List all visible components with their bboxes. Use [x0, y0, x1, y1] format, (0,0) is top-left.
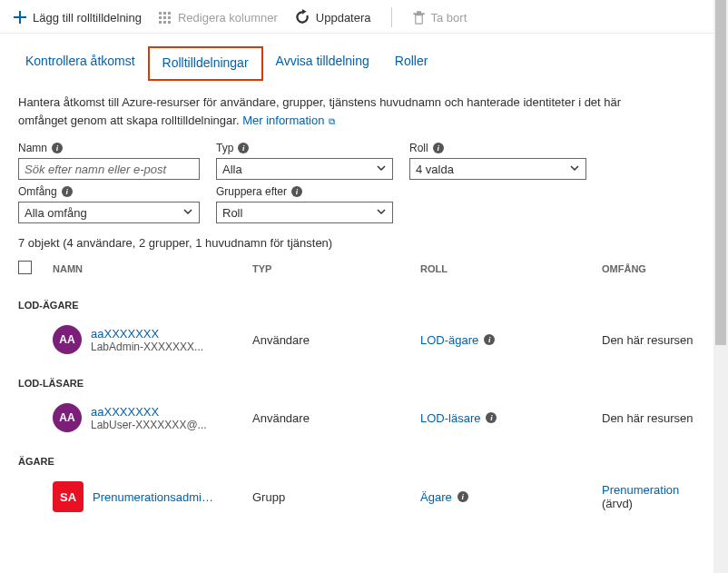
trash-icon: [412, 11, 426, 25]
tab-roles[interactable]: Roller: [382, 46, 441, 81]
groupby-filter-label: Gruppera efter: [216, 185, 393, 198]
info-icon[interactable]: [52, 143, 63, 153]
info-icon[interactable]: [457, 491, 468, 502]
svg-rect-7: [163, 21, 166, 24]
delete-label: Ta bort: [431, 11, 467, 25]
group-header: LOD-ÄGARE: [0, 283, 728, 318]
scrollbar-thumb[interactable]: [715, 0, 726, 345]
svg-rect-1: [163, 12, 166, 15]
info-icon[interactable]: [486, 412, 497, 423]
tab-role-assignments[interactable]: Rolltilldelningar: [148, 46, 263, 81]
info-icon[interactable]: [62, 186, 73, 197]
scope-filter-label: Omfång: [18, 185, 200, 198]
type-cell: Användare: [252, 411, 420, 425]
info-icon[interactable]: [238, 143, 249, 153]
avatar: SA: [53, 481, 84, 512]
role-link[interactable]: LOD-ägare: [420, 333, 478, 347]
refresh-button[interactable]: Uppdatera: [294, 9, 371, 25]
scope-cell: Prenumeration (ärvd): [602, 483, 710, 510]
delete-button[interactable]: Ta bort: [412, 11, 467, 25]
refresh-label: Uppdatera: [316, 11, 371, 25]
scope-filter-select[interactable]: Alla omfång: [18, 202, 200, 223]
avatar: AA: [53, 325, 82, 354]
principal-name-link[interactable]: Prenumerationsadmini...: [93, 490, 220, 504]
edit-columns-button[interactable]: Redigera kolumner: [158, 10, 278, 25]
more-info-link[interactable]: Mer information ⧉: [242, 114, 335, 127]
table-row[interactable]: SAPrenumerationsadmini...GruppÄgare Pren…: [0, 474, 728, 519]
plus-icon: [13, 10, 27, 25]
svg-rect-8: [168, 21, 171, 24]
svg-rect-0: [159, 12, 162, 15]
svg-rect-2: [168, 12, 171, 15]
toolbar: Lägg till rolltilldelning Redigera kolum…: [0, 0, 728, 34]
scope-link[interactable]: Prenumeration: [602, 483, 679, 497]
type-filter-label: Typ: [216, 142, 393, 154]
filters-row-2: Omfång Alla omfång Gruppera efter Roll: [0, 180, 728, 223]
principal-name-link[interactable]: aaXXXXXXX: [91, 327, 203, 341]
chevron-down-icon: [182, 206, 193, 220]
table-row[interactable]: AAaaXXXXXXXLabAdmin-XXXXXXX...AnvändareL…: [0, 318, 728, 361]
tab-check-access[interactable]: Kontrollera åtkomst: [13, 46, 148, 81]
principal-name-link[interactable]: aaXXXXXXX: [91, 405, 207, 419]
type-filter-select[interactable]: Alla: [216, 158, 393, 180]
col-role[interactable]: ROLL: [420, 263, 602, 274]
edit-columns-label: Redigera kolumner: [178, 11, 278, 25]
chevron-down-icon: [569, 163, 580, 176]
filters-row-1: Namn Typ Alla Roll 4 valda: [0, 129, 728, 180]
description: Hantera åtkomst till Azure-resurser för …: [0, 81, 672, 129]
divider: [391, 7, 392, 27]
svg-rect-6: [159, 21, 162, 24]
col-type[interactable]: TYP: [252, 263, 420, 274]
add-label: Lägg till rolltilldelning: [33, 11, 142, 25]
role-link[interactable]: LOD-läsare: [420, 411, 480, 425]
groupby-filter-select[interactable]: Roll: [216, 202, 393, 223]
table-header: NAMN TYP ROLL OMFÅNG: [0, 253, 728, 283]
role-filter-select[interactable]: 4 valda: [409, 158, 586, 180]
principal-sub: LabUser-XXXXXXX@...: [91, 419, 207, 431]
group-header: ÄGARE: [0, 440, 728, 474]
tab-deny-assignments[interactable]: Avvisa tilldelning: [263, 46, 382, 81]
role-filter-label: Roll: [409, 142, 586, 154]
principal-sub: LabAdmin-XXXXXXX...: [91, 341, 203, 353]
info-icon[interactable]: [291, 186, 302, 197]
columns-icon: [158, 10, 172, 25]
result-summary: 7 objekt (4 användare, 2 grupper, 1 huvu…: [0, 223, 728, 253]
chevron-down-icon: [376, 206, 387, 220]
group-header: LOD-LÄSARE: [0, 361, 728, 396]
avatar: AA: [53, 403, 82, 432]
refresh-icon: [294, 9, 310, 25]
info-icon[interactable]: [484, 334, 495, 345]
svg-rect-5: [168, 16, 171, 19]
col-scope[interactable]: OMFÅNG: [602, 263, 710, 274]
table-row[interactable]: AAaaXXXXXXXLabUser-XXXXXXX@...AnvändareL…: [0, 396, 728, 440]
tabs: Kontrollera åtkomst Rolltilldelningar Av…: [0, 34, 728, 81]
scrollbar[interactable]: [713, 0, 728, 573]
col-name[interactable]: NAMN: [53, 263, 252, 274]
add-role-assignment-button[interactable]: Lägg till rolltilldelning: [13, 10, 142, 25]
type-cell: Användare: [252, 333, 420, 347]
svg-rect-3: [159, 16, 162, 19]
info-icon[interactable]: [433, 143, 444, 153]
type-cell: Grupp: [252, 490, 420, 504]
chevron-down-icon: [376, 163, 387, 176]
name-filter-label: Namn: [18, 142, 200, 154]
scope-cell: Den här resursen: [602, 333, 710, 347]
svg-rect-4: [163, 16, 166, 19]
external-link-icon: ⧉: [326, 116, 335, 126]
role-link[interactable]: Ägare: [420, 490, 452, 504]
name-filter-input[interactable]: [18, 158, 200, 180]
scope-cell: Den här resursen: [602, 411, 710, 425]
select-all-checkbox[interactable]: [18, 261, 32, 274]
